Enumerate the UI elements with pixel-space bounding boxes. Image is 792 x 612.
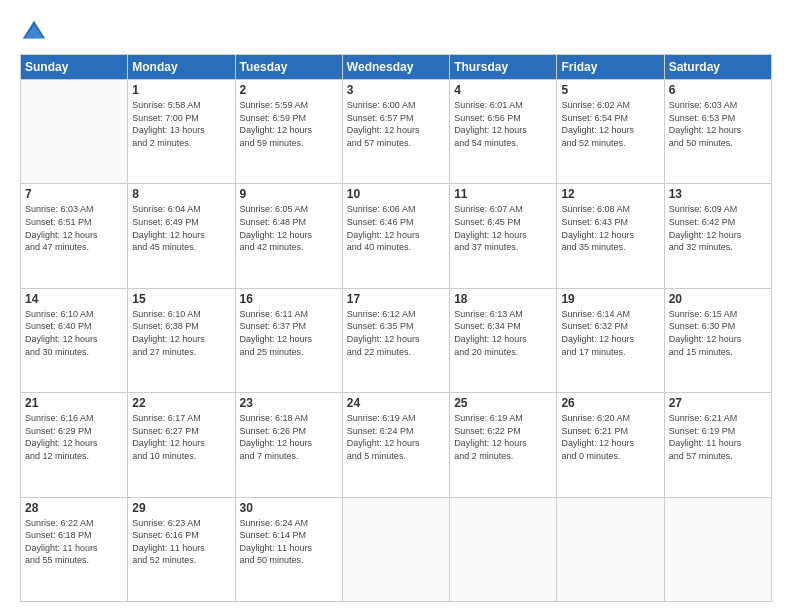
day-number: 1 <box>132 83 230 97</box>
week-row: 1Sunrise: 5:58 AM Sunset: 7:00 PM Daylig… <box>21 80 772 184</box>
calendar-cell <box>664 497 771 601</box>
day-number: 28 <box>25 501 123 515</box>
day-info: Sunrise: 6:21 AM Sunset: 6:19 PM Dayligh… <box>669 412 767 462</box>
weekday-header: Thursday <box>450 55 557 80</box>
day-info: Sunrise: 6:02 AM Sunset: 6:54 PM Dayligh… <box>561 99 659 149</box>
calendar-cell: 29Sunrise: 6:23 AM Sunset: 6:16 PM Dayli… <box>128 497 235 601</box>
day-number: 18 <box>454 292 552 306</box>
day-number: 2 <box>240 83 338 97</box>
calendar-cell: 8Sunrise: 6:04 AM Sunset: 6:49 PM Daylig… <box>128 184 235 288</box>
weekday-header: Wednesday <box>342 55 449 80</box>
day-number: 7 <box>25 187 123 201</box>
calendar-cell: 14Sunrise: 6:10 AM Sunset: 6:40 PM Dayli… <box>21 288 128 392</box>
day-info: Sunrise: 5:58 AM Sunset: 7:00 PM Dayligh… <box>132 99 230 149</box>
calendar-cell: 1Sunrise: 5:58 AM Sunset: 7:00 PM Daylig… <box>128 80 235 184</box>
calendar-cell <box>342 497 449 601</box>
day-number: 11 <box>454 187 552 201</box>
day-number: 15 <box>132 292 230 306</box>
weekday-header: Saturday <box>664 55 771 80</box>
calendar-cell: 22Sunrise: 6:17 AM Sunset: 6:27 PM Dayli… <box>128 393 235 497</box>
day-number: 14 <box>25 292 123 306</box>
calendar-cell: 15Sunrise: 6:10 AM Sunset: 6:38 PM Dayli… <box>128 288 235 392</box>
day-info: Sunrise: 6:08 AM Sunset: 6:43 PM Dayligh… <box>561 203 659 253</box>
day-info: Sunrise: 6:06 AM Sunset: 6:46 PM Dayligh… <box>347 203 445 253</box>
logo <box>20 18 52 46</box>
week-row: 21Sunrise: 6:16 AM Sunset: 6:29 PM Dayli… <box>21 393 772 497</box>
weekday-header: Friday <box>557 55 664 80</box>
day-number: 26 <box>561 396 659 410</box>
day-number: 5 <box>561 83 659 97</box>
calendar-cell: 26Sunrise: 6:20 AM Sunset: 6:21 PM Dayli… <box>557 393 664 497</box>
weekday-header: Sunday <box>21 55 128 80</box>
day-number: 20 <box>669 292 767 306</box>
day-info: Sunrise: 6:09 AM Sunset: 6:42 PM Dayligh… <box>669 203 767 253</box>
day-info: Sunrise: 6:16 AM Sunset: 6:29 PM Dayligh… <box>25 412 123 462</box>
header <box>20 18 772 46</box>
day-info: Sunrise: 6:10 AM Sunset: 6:38 PM Dayligh… <box>132 308 230 358</box>
day-info: Sunrise: 6:24 AM Sunset: 6:14 PM Dayligh… <box>240 517 338 567</box>
day-number: 22 <box>132 396 230 410</box>
calendar-table: SundayMondayTuesdayWednesdayThursdayFrid… <box>20 54 772 602</box>
day-info: Sunrise: 6:18 AM Sunset: 6:26 PM Dayligh… <box>240 412 338 462</box>
day-info: Sunrise: 6:07 AM Sunset: 6:45 PM Dayligh… <box>454 203 552 253</box>
day-info: Sunrise: 6:22 AM Sunset: 6:18 PM Dayligh… <box>25 517 123 567</box>
calendar-cell: 9Sunrise: 6:05 AM Sunset: 6:48 PM Daylig… <box>235 184 342 288</box>
calendar-cell: 30Sunrise: 6:24 AM Sunset: 6:14 PM Dayli… <box>235 497 342 601</box>
calendar-cell: 19Sunrise: 6:14 AM Sunset: 6:32 PM Dayli… <box>557 288 664 392</box>
day-number: 12 <box>561 187 659 201</box>
calendar-cell: 21Sunrise: 6:16 AM Sunset: 6:29 PM Dayli… <box>21 393 128 497</box>
logo-icon <box>20 18 48 46</box>
day-number: 13 <box>669 187 767 201</box>
calendar-cell: 24Sunrise: 6:19 AM Sunset: 6:24 PM Dayli… <box>342 393 449 497</box>
day-number: 8 <box>132 187 230 201</box>
day-info: Sunrise: 6:01 AM Sunset: 6:56 PM Dayligh… <box>454 99 552 149</box>
weekday-header: Monday <box>128 55 235 80</box>
day-info: Sunrise: 6:23 AM Sunset: 6:16 PM Dayligh… <box>132 517 230 567</box>
day-number: 27 <box>669 396 767 410</box>
calendar-header: SundayMondayTuesdayWednesdayThursdayFrid… <box>21 55 772 80</box>
day-info: Sunrise: 6:03 AM Sunset: 6:53 PM Dayligh… <box>669 99 767 149</box>
calendar-cell <box>450 497 557 601</box>
week-row: 7Sunrise: 6:03 AM Sunset: 6:51 PM Daylig… <box>21 184 772 288</box>
day-info: Sunrise: 6:19 AM Sunset: 6:22 PM Dayligh… <box>454 412 552 462</box>
calendar-body: 1Sunrise: 5:58 AM Sunset: 7:00 PM Daylig… <box>21 80 772 602</box>
day-info: Sunrise: 6:11 AM Sunset: 6:37 PM Dayligh… <box>240 308 338 358</box>
calendar-cell: 11Sunrise: 6:07 AM Sunset: 6:45 PM Dayli… <box>450 184 557 288</box>
day-number: 4 <box>454 83 552 97</box>
calendar-cell: 16Sunrise: 6:11 AM Sunset: 6:37 PM Dayli… <box>235 288 342 392</box>
calendar-cell: 5Sunrise: 6:02 AM Sunset: 6:54 PM Daylig… <box>557 80 664 184</box>
day-info: Sunrise: 6:05 AM Sunset: 6:48 PM Dayligh… <box>240 203 338 253</box>
calendar-cell: 4Sunrise: 6:01 AM Sunset: 6:56 PM Daylig… <box>450 80 557 184</box>
day-info: Sunrise: 6:15 AM Sunset: 6:30 PM Dayligh… <box>669 308 767 358</box>
calendar-cell: 3Sunrise: 6:00 AM Sunset: 6:57 PM Daylig… <box>342 80 449 184</box>
day-info: Sunrise: 6:14 AM Sunset: 6:32 PM Dayligh… <box>561 308 659 358</box>
day-info: Sunrise: 6:00 AM Sunset: 6:57 PM Dayligh… <box>347 99 445 149</box>
day-number: 21 <box>25 396 123 410</box>
calendar-cell: 2Sunrise: 5:59 AM Sunset: 6:59 PM Daylig… <box>235 80 342 184</box>
calendar-cell <box>557 497 664 601</box>
weekday-header: Tuesday <box>235 55 342 80</box>
day-number: 19 <box>561 292 659 306</box>
calendar-cell: 23Sunrise: 6:18 AM Sunset: 6:26 PM Dayli… <box>235 393 342 497</box>
calendar-cell: 27Sunrise: 6:21 AM Sunset: 6:19 PM Dayli… <box>664 393 771 497</box>
calendar-cell: 7Sunrise: 6:03 AM Sunset: 6:51 PM Daylig… <box>21 184 128 288</box>
day-number: 24 <box>347 396 445 410</box>
day-number: 3 <box>347 83 445 97</box>
calendar-cell: 20Sunrise: 6:15 AM Sunset: 6:30 PM Dayli… <box>664 288 771 392</box>
calendar-cell: 6Sunrise: 6:03 AM Sunset: 6:53 PM Daylig… <box>664 80 771 184</box>
day-info: Sunrise: 6:17 AM Sunset: 6:27 PM Dayligh… <box>132 412 230 462</box>
day-info: Sunrise: 6:20 AM Sunset: 6:21 PM Dayligh… <box>561 412 659 462</box>
day-info: Sunrise: 6:03 AM Sunset: 6:51 PM Dayligh… <box>25 203 123 253</box>
day-number: 9 <box>240 187 338 201</box>
calendar-cell <box>21 80 128 184</box>
day-number: 29 <box>132 501 230 515</box>
calendar-cell: 13Sunrise: 6:09 AM Sunset: 6:42 PM Dayli… <box>664 184 771 288</box>
calendar-cell: 28Sunrise: 6:22 AM Sunset: 6:18 PM Dayli… <box>21 497 128 601</box>
day-info: Sunrise: 6:19 AM Sunset: 6:24 PM Dayligh… <box>347 412 445 462</box>
day-info: Sunrise: 6:04 AM Sunset: 6:49 PM Dayligh… <box>132 203 230 253</box>
day-number: 25 <box>454 396 552 410</box>
calendar-cell: 12Sunrise: 6:08 AM Sunset: 6:43 PM Dayli… <box>557 184 664 288</box>
day-number: 10 <box>347 187 445 201</box>
day-number: 6 <box>669 83 767 97</box>
day-number: 23 <box>240 396 338 410</box>
